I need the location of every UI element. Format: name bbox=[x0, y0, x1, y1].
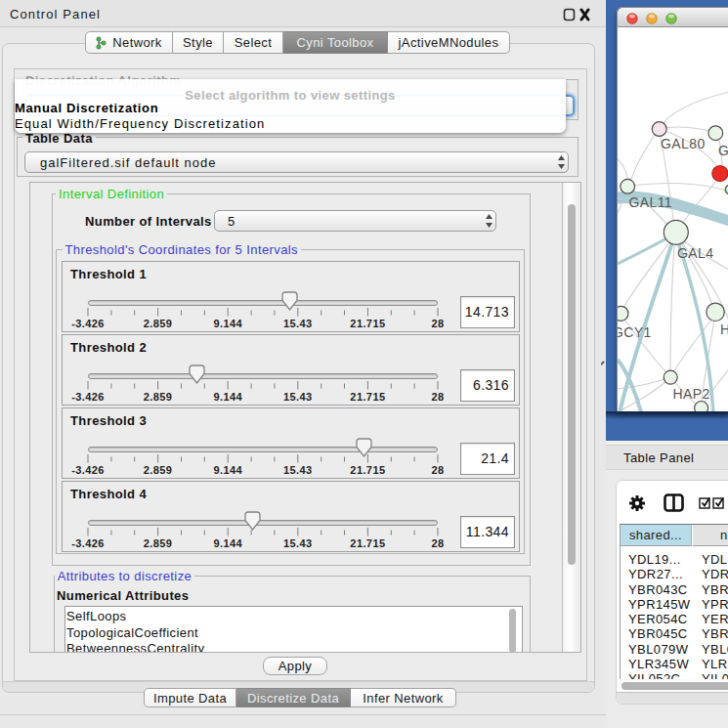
svg-text:GAL7: GAL7 bbox=[718, 143, 728, 158]
svg-text:GCY1: GCY1 bbox=[618, 324, 652, 340]
svg-text:CYC: CYC bbox=[724, 182, 728, 197]
svg-text:GAL4: GAL4 bbox=[677, 245, 713, 261]
svg-text:HIS: HIS bbox=[720, 321, 728, 337]
svg-text:HAP2: HAP2 bbox=[673, 386, 710, 402]
svg-text:GAL80: GAL80 bbox=[661, 136, 706, 151]
svg-text:GAL11: GAL11 bbox=[629, 194, 673, 210]
